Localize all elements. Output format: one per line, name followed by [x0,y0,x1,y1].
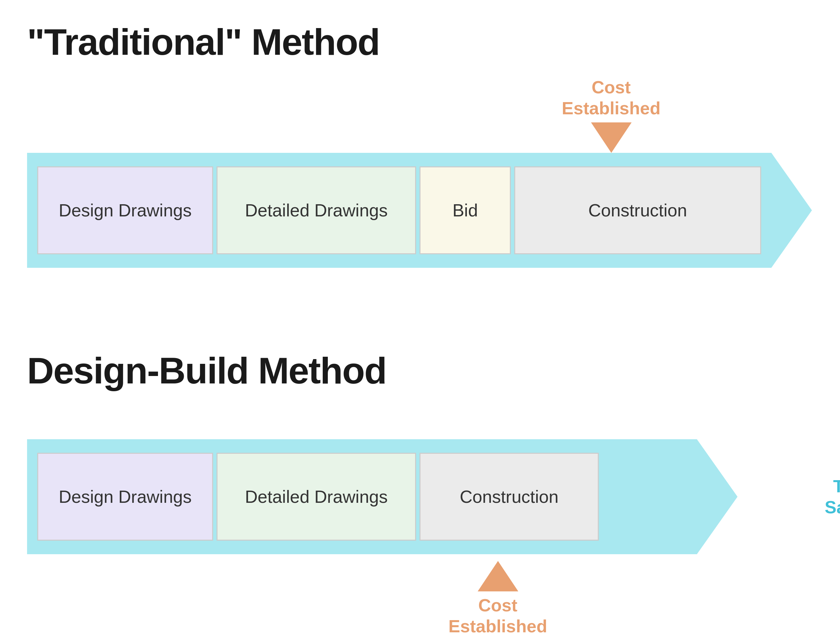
design-build-arrow: Design Drawings Detailed Drawings Constr… [27,439,813,554]
cost-annotation-bottom: Cost Established [27,561,813,634]
cost-arrow-down [591,122,632,153]
cost-annotation-top: Cost Established [27,77,813,153]
traditional-phase-design: Design Drawings [37,166,213,254]
traditional-arrow-shape: Design Drawings Detailed Drawings Bid Co… [27,153,771,268]
traditional-arrow: Design Drawings Detailed Drawings Bid Co… [27,153,813,268]
db-phase-design: Design Drawings [37,453,213,541]
cost-established-label-top: Cost Established [562,77,661,119]
time-saved-label: Time Saved! [820,475,840,518]
design-build-section: Design-Build Method Design Drawings Deta… [27,349,813,634]
traditional-phase-construction: Construction [514,166,761,254]
cost-established-label-bottom: Cost Established [448,595,547,634]
traditional-annotation-area: Cost Established Design Drawings Detaile… [27,77,813,268]
traditional-section: "Traditional" Method Cost Established De… [27,20,813,268]
design-build-title: Design-Build Method [27,349,813,392]
db-phase-detailed: Detailed Drawings [216,453,416,541]
cost-arrow-up [478,561,518,591]
design-build-arrow-shape: Design Drawings Detailed Drawings Constr… [27,439,697,554]
traditional-phase-bid: Bid [420,166,511,254]
traditional-title: "Traditional" Method [27,20,813,63]
traditional-phase-detailed: Detailed Drawings [216,166,416,254]
db-phase-construction: Construction [420,453,599,541]
design-build-arrow-wrapper: Design Drawings Detailed Drawings Constr… [27,439,813,634]
